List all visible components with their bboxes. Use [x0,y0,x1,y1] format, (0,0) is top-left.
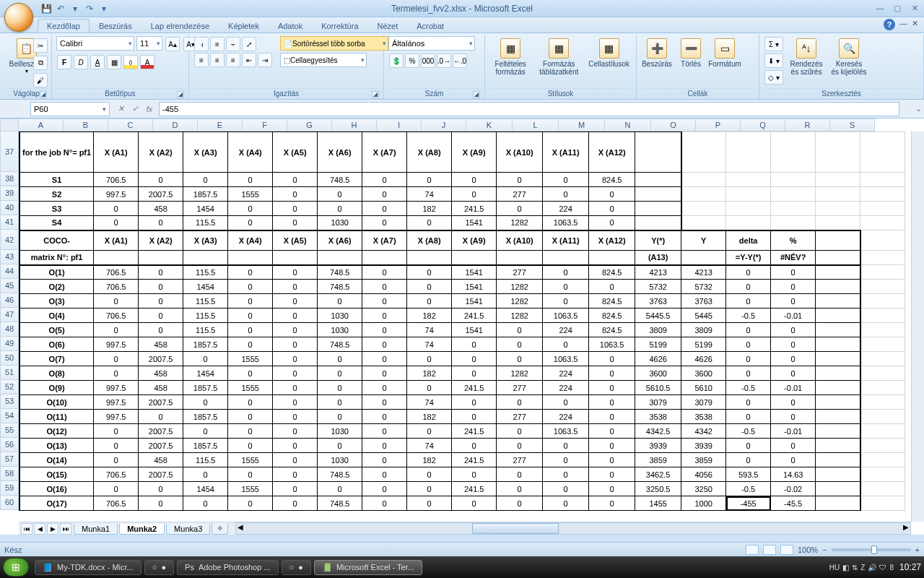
cancel-icon[interactable]: ✕ [114,103,127,116]
format-button[interactable]: ▭Formátum [709,36,741,70]
cell-M49[interactable]: 1063.5 [589,337,635,352]
cell-M59[interactable]: 0 [589,482,635,496]
cell-N55[interactable]: 4342.5 [635,424,681,439]
comma-icon[interactable]: 000 [421,53,435,68]
cell-O59[interactable]: 3250 [681,482,726,496]
cell-H55[interactable]: 0 [362,424,407,439]
cell-H46[interactable]: 0 [362,294,407,309]
fill-color-button[interactable]: ◊ [123,55,138,69]
cell-L56[interactable]: 0 [543,439,589,453]
cell-C56[interactable]: 2007.5 [139,439,183,453]
cell-D47[interactable]: 115.5 [183,309,228,323]
cell-C39[interactable]: 2007.5 [139,187,183,202]
cell-R44[interactable] [816,265,860,280]
row-header-51[interactable]: 51 [0,366,19,380]
cell-E54[interactable]: 0 [228,410,273,424]
cell-B43[interactable] [94,251,139,265]
cell-S41[interactable] [860,216,905,230]
cell-I40[interactable]: 182 [407,202,452,216]
cell-R40[interactable] [816,202,860,216]
cell-R50[interactable] [816,352,860,366]
cell-N58[interactable]: 3462.5 [635,467,681,482]
cell-H37[interactable]: X (A7) [362,132,407,173]
cell-G49[interactable]: 748.5 [318,337,362,352]
chevron-down-icon[interactable]: ▾ [98,3,110,14]
cell-A44[interactable]: O(1) [19,265,94,280]
cell-P50[interactable]: 0 [726,352,771,366]
cell-J56[interactable]: 0 [452,439,497,453]
cell-E58[interactable]: 0 [228,467,273,482]
cell-F42[interactable]: X (A5) [273,230,318,251]
new-sheet-tab[interactable]: ✧ [212,523,228,535]
cell-I44[interactable]: 0 [407,265,452,280]
cell-H60[interactable]: 0 [362,496,407,511]
cell-K58[interactable]: 0 [497,467,543,482]
cell-Q58[interactable]: 14.63 [771,467,816,482]
cell-N41[interactable] [635,216,681,230]
help-icon[interactable]: ? [884,19,895,30]
cell-H42[interactable]: X (A7) [362,230,407,251]
cell-P51[interactable]: 0 [726,366,771,381]
zoom-slider[interactable] [832,548,911,551]
cell-N44[interactable]: 4213 [635,265,681,280]
cell-Q56[interactable]: 0 [771,439,816,453]
cell-A52[interactable]: O(9) [19,381,94,395]
cell-G48[interactable]: 1030 [318,323,362,337]
cell-M43[interactable] [589,251,635,265]
cell-K45[interactable]: 1282 [497,280,543,294]
cell-Q40[interactable] [771,202,816,216]
cell-K38[interactable]: 0 [497,173,543,187]
cell-F56[interactable]: 0 [273,439,318,453]
cell-A38[interactable]: S1 [19,173,94,187]
cell-O42[interactable]: Y [681,230,726,251]
cell-I39[interactable]: 74 [407,187,452,202]
cell-Q59[interactable]: -0.02 [771,482,816,496]
row-header-44[interactable]: 44 [0,264,19,279]
cell-F48[interactable]: 0 [273,323,318,337]
cell-E59[interactable]: 1555 [228,482,273,496]
col-header-B[interactable]: B [64,118,108,131]
cell-G40[interactable]: 0 [318,202,362,216]
cell-K60[interactable]: 0 [497,496,543,511]
cell-D52[interactable]: 1857.5 [183,381,228,395]
cell-Q41[interactable] [771,216,816,230]
row-header-47[interactable]: 47 [0,308,19,322]
cell-K56[interactable]: 0 [497,439,543,453]
cell-I56[interactable]: 74 [407,439,452,453]
cell-H48[interactable]: 0 [362,323,407,337]
cell-D40[interactable]: 1454 [183,202,228,216]
cell-K51[interactable]: 1282 [497,366,543,381]
cell-K42[interactable]: X (A10) [497,230,543,251]
cell-R54[interactable] [816,410,860,424]
cell-N48[interactable]: 3809 [635,323,681,337]
row-header-53[interactable]: 53 [0,394,19,409]
cell-P60[interactable]: -455 [726,496,771,511]
cell-P56[interactable]: 0 [726,439,771,453]
cell-L58[interactable]: 0 [543,467,589,482]
cell-J37[interactable]: X (A9) [452,132,497,173]
cell-N46[interactable]: 3763 [635,294,681,309]
cell-A40[interactable]: S3 [19,202,94,216]
cell-C45[interactable]: 0 [139,280,183,294]
cell-M40[interactable]: 0 [589,202,635,216]
cell-K47[interactable]: 1282 [497,309,543,323]
cell-P39[interactable] [726,187,771,202]
col-header-E[interactable]: E [198,118,243,131]
cell-C57[interactable]: 458 [139,453,183,467]
page-break-view-button[interactable] [780,545,793,555]
cell-G38[interactable]: 748.5 [318,173,362,187]
cell-Q38[interactable] [771,173,816,187]
cell-J57[interactable]: 241.5 [452,453,497,467]
cell-C38[interactable]: 0 [139,173,183,187]
cell-G50[interactable]: 0 [318,352,362,366]
cell-N57[interactable]: 3859 [635,453,681,467]
col-header-J[interactable]: J [422,118,466,131]
cell-O53[interactable]: 3079 [681,395,726,410]
cell-M60[interactable]: 0 [589,496,635,511]
cell-B47[interactable]: 706.5 [94,309,139,323]
cell-J60[interactable]: 0 [452,496,497,511]
cell-O50[interactable]: 4626 [681,352,726,366]
cell-S56[interactable] [860,439,905,453]
cell-M38[interactable]: 824.5 [589,173,635,187]
cell-J44[interactable]: 1541 [452,265,497,280]
